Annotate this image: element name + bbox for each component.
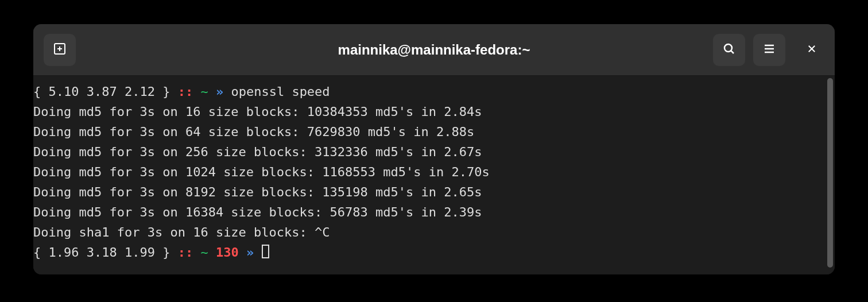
prompt-command: openssl speed — [231, 84, 330, 99]
prompt-arrow: » — [208, 84, 231, 99]
output-line: Doing md5 for 3s on 64 size blocks: 7629… — [33, 122, 826, 142]
terminal-body[interactable]: { 5.10 3.87 2.12 } :: ~ » openssl speedD… — [33, 76, 835, 274]
exit-code: 130 — [208, 245, 239, 260]
hamburger-icon — [762, 42, 776, 58]
prompt-arrow: » — [239, 245, 262, 260]
prompt-close: } — [155, 84, 170, 99]
terminal-cursor — [262, 245, 269, 258]
new-tab-button[interactable] — [44, 34, 76, 66]
menu-button[interactable] — [753, 34, 785, 66]
svg-point-3 — [724, 44, 732, 52]
prompt-open: { — [33, 245, 49, 260]
prompt-cwd: ~ — [200, 245, 208, 260]
terminal-window: mainnika@mainnika-fedora:~ — [33, 24, 835, 274]
prompt-sep: :: — [170, 245, 200, 260]
load-avg: 1.96 3.18 1.99 — [49, 245, 155, 260]
search-button[interactable] — [713, 34, 745, 66]
close-button[interactable] — [799, 37, 824, 63]
terminal-content[interactable]: { 5.10 3.87 2.12 } :: ~ » openssl speedD… — [33, 76, 826, 274]
titlebar-right-group — [713, 34, 824, 66]
output-line: Doing md5 for 3s on 16 size blocks: 1038… — [33, 102, 826, 122]
prompt-cwd: ~ — [200, 84, 208, 99]
prompt-sep: :: — [170, 84, 200, 99]
output-line: Doing sha1 for 3s on 16 size blocks: ^C — [33, 222, 826, 242]
prompt-line: { 1.96 3.18 1.99 } :: ~ 130 » — [33, 242, 826, 262]
prompt-open: { — [33, 84, 49, 99]
scrollbar-thumb[interactable] — [827, 78, 833, 268]
output-line: Doing md5 for 3s on 16384 size blocks: 5… — [33, 202, 826, 222]
prompt-line: { 5.10 3.87 2.12 } :: ~ » openssl speed — [33, 82, 826, 102]
output-line: Doing md5 for 3s on 8192 size blocks: 13… — [33, 182, 826, 202]
scrollbar[interactable] — [826, 76, 835, 274]
titlebar: mainnika@mainnika-fedora:~ — [33, 24, 835, 76]
new-tab-icon — [53, 42, 67, 58]
load-avg: 5.10 3.87 2.12 — [49, 84, 155, 99]
output-line: Doing md5 for 3s on 1024 size blocks: 11… — [33, 162, 826, 182]
prompt-close: } — [155, 245, 170, 260]
close-icon — [807, 44, 817, 56]
svg-line-4 — [731, 51, 734, 53]
search-icon — [722, 42, 736, 58]
output-line: Doing md5 for 3s on 256 size blocks: 313… — [33, 142, 826, 162]
